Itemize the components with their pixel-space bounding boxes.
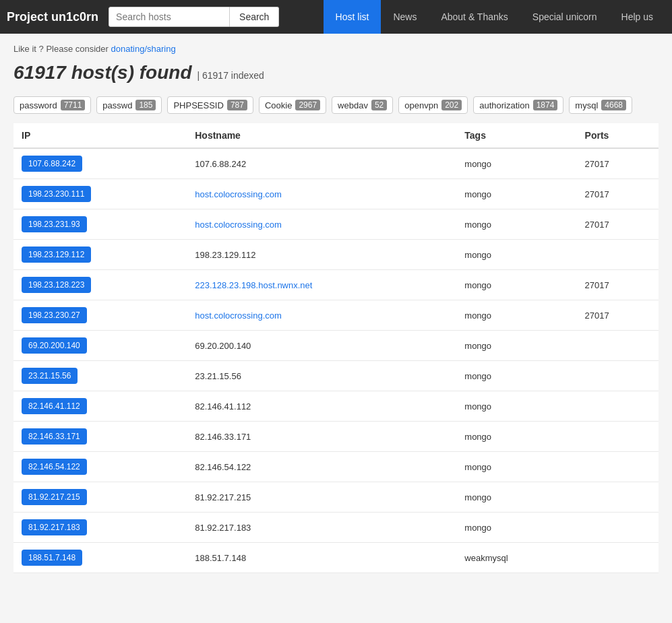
nav-about[interactable]: About & Thanks [429,0,520,34]
ip-button[interactable]: 82.146.54.122 [22,459,87,475]
table-row: 198.23.129.112198.23.129.112mongo [13,240,659,270]
hostname-link[interactable]: host.colocrossing.com [195,310,282,321]
cell-hostname: host.colocrossing.com [187,179,456,209]
cell-hostname: 81.92.217.215 [187,482,456,513]
title-row: 61917 host(s) found | 61917 indexed [13,62,659,87]
col-tags: Tags [456,123,576,148]
cell-hostname: 82.146.54.122 [187,452,456,482]
ip-button[interactable]: 198.23.230.27 [22,307,87,323]
cell-hostname: host.colocrossing.com [187,300,456,331]
main-content: Like it ? Please consider donating/shari… [0,34,672,583]
cell-tags: mongo [456,179,576,209]
cell-ports: 27017 [577,300,659,331]
cell-ports: 27017 [577,209,659,240]
cell-ports [577,543,659,573]
nav-news[interactable]: News [381,0,429,34]
cell-ports [577,482,659,513]
tag-passwd-count: 185 [135,100,156,110]
tag-authorization[interactable]: authorization 1874 [473,96,563,114]
ip-button[interactable]: 198.23.128.223 [22,277,91,293]
table-row: 198.23.128.223223.128.23.198.host.nwnx.n… [13,270,659,300]
cell-ip: 23.21.15.56 [13,361,187,391]
tag-mysql-label: mysql [575,100,598,110]
tag-passwd[interactable]: passwd 185 [96,96,162,114]
cell-hostname: 223.128.23.198.host.nwnx.net [187,270,456,300]
col-ports: Ports [577,123,659,148]
ip-button[interactable]: 69.20.200.140 [22,337,87,354]
tag-webdav[interactable]: webdav 52 [332,96,393,114]
hostname-link[interactable]: host.colocrossing.com [195,189,282,199]
tag-webdav-label: webdav [338,100,368,110]
cell-ports: 27017 [577,179,659,209]
tag-password-count: 7711 [61,100,86,110]
cell-ports [577,331,659,361]
indexed-count: | 61917 indexed [197,70,264,81]
cell-tags: mongo [456,240,576,270]
tag-cookie-count: 2967 [295,100,320,110]
cell-ports [577,452,659,482]
ip-button[interactable]: 198.23.129.112 [22,247,91,263]
page-title: 61917 host(s) found [13,62,191,84]
search-button[interactable]: Search [230,7,279,27]
tag-authorization-count: 1874 [533,100,558,110]
cell-ip: 82.146.54.122 [13,452,187,482]
hostname-link[interactable]: 223.128.23.198.host.nwnx.net [195,280,312,290]
cell-tags: mongo [456,300,576,331]
ip-button[interactable]: 198.23.230.111 [22,186,91,202]
cell-hostname: 82.146.41.112 [187,391,456,422]
tag-filters: password 7711 passwd 185 PHPSESSID 787 C… [13,96,659,114]
ip-button[interactable]: 82.146.33.171 [22,428,87,445]
tag-openvpn[interactable]: openvpn 202 [398,96,468,114]
cell-ip: 81.92.217.215 [13,482,187,513]
cell-tags: mongo [456,148,576,179]
nav-host-list[interactable]: Host list [324,0,381,34]
cell-hostname: 107.6.88.242 [187,148,456,179]
cell-ports [577,422,659,452]
cell-ports: 27017 [577,148,659,179]
hostname-link[interactable]: host.colocrossing.com [195,220,282,230]
donate-link[interactable]: donating/sharing [111,44,176,54]
ip-button[interactable]: 107.6.88.242 [22,156,82,172]
nav-special[interactable]: Special unicorn [520,0,609,34]
tag-cookie[interactable]: Cookie 2967 [259,96,326,114]
tag-password[interactable]: password 7711 [13,96,91,114]
cell-ports: 27017 [577,270,659,300]
tag-phpsessid[interactable]: PHPSESSID 787 [167,96,253,114]
table-row: 81.92.217.21581.92.217.215mongo [13,482,659,513]
tag-mysql[interactable]: mysql 4668 [569,96,632,114]
search-form: Search [109,7,279,27]
tag-openvpn-count: 202 [441,100,462,110]
cell-ip: 82.146.41.112 [13,391,187,422]
tag-passwd-label: passwd [102,100,132,110]
col-ip: IP [13,123,187,148]
cell-hostname: 82.146.33.171 [187,422,456,452]
cell-ip: 198.23.129.112 [13,240,187,270]
tag-password-label: password [20,100,57,110]
ip-button[interactable]: 198.23.231.93 [22,216,87,232]
donate-text: Like it ? Please consider [13,44,111,54]
table-row: 82.146.41.11282.146.41.112mongo [13,391,659,422]
navbar: Project un1c0rn Search Host list News Ab… [0,0,672,34]
ip-button[interactable]: 81.92.217.215 [22,489,87,505]
ip-button[interactable]: 82.146.41.112 [22,398,87,414]
brand-title: Project un1c0rn [7,10,98,24]
nav-help[interactable]: Help us [609,0,665,34]
table-row: 69.20.200.14069.20.200.140mongo [13,331,659,361]
cell-tags: mongo [456,482,576,513]
ip-button[interactable]: 81.92.217.183 [22,519,87,535]
cell-ip: 198.23.231.93 [13,209,187,240]
cell-ip: 81.92.217.183 [13,513,187,543]
table-row: 198.23.231.93host.colocrossing.commongo2… [13,209,659,240]
cell-ip: 69.20.200.140 [13,331,187,361]
ip-button[interactable]: 23.21.15.56 [22,368,78,384]
search-input[interactable] [109,7,230,27]
cell-ports [577,240,659,270]
cell-tags: mongo [456,209,576,240]
tag-authorization-label: authorization [479,100,529,110]
cell-ip: 198.23.230.111 [13,179,187,209]
cell-tags: mongo [456,270,576,300]
cell-ports [577,391,659,422]
cell-tags: mongo [456,331,576,361]
ip-button[interactable]: 188.51.7.148 [22,550,82,566]
cell-ip: 107.6.88.242 [13,148,187,179]
